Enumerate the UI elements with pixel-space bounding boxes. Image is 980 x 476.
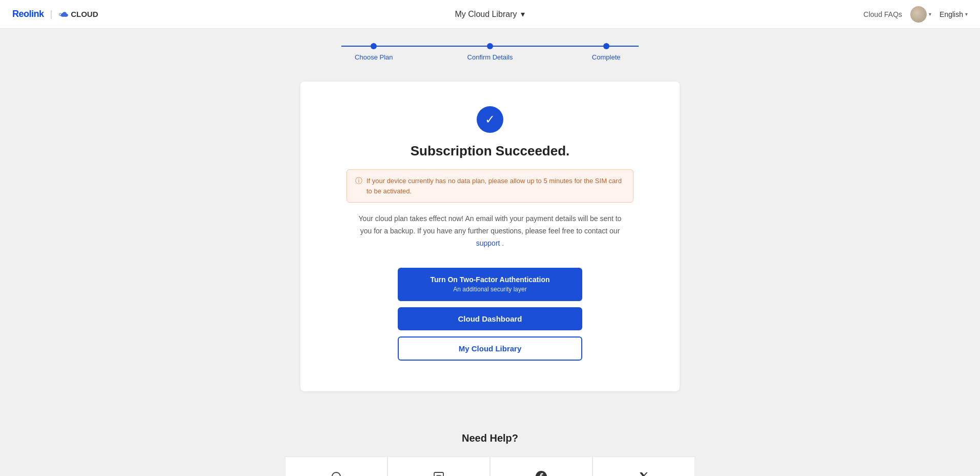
help-card-contact-support[interactable]: Contact Support — [285, 457, 387, 476]
help-card-x[interactable]: X — [593, 457, 695, 476]
header-title-area[interactable]: My Cloud Library ▾ — [455, 9, 525, 19]
cloud-dashboard-button[interactable]: Cloud Dashboard — [398, 307, 582, 330]
support-link[interactable]: support — [476, 239, 500, 247]
header-right: Cloud FAQs ▾ English ▾ — [864, 6, 968, 23]
logo-divider: | — [50, 9, 53, 19]
step-label-3: Complete — [592, 53, 621, 61]
language-chevron: ▾ — [965, 11, 968, 17]
stepper-container: Choose Plan Confirm Details Complete — [0, 29, 980, 71]
step-dot-1 — [371, 43, 377, 49]
header-title-chevron: ▾ — [521, 9, 525, 19]
info-text-part1: Your cloud plan takes effect now! An ema… — [359, 214, 622, 235]
btn-2fa-line1: Turn On Two-Factor Authentication — [408, 275, 572, 285]
avatar-dropdown[interactable]: ▾ — [910, 6, 931, 23]
main-content: ✓ Subscription Succeeded. ⓘ If your devi… — [0, 71, 980, 412]
cloud-icon — [58, 10, 69, 18]
logo-area: Reolink | CLOUD — [12, 9, 98, 19]
help-cards: Contact Support Ask Community Faceboo — [0, 457, 980, 476]
step-label-2: Confirm Details — [467, 53, 513, 61]
avatar-image — [910, 6, 927, 23]
check-icon: ✓ — [485, 113, 495, 126]
stepper: Choose Plan Confirm Details Complete — [316, 43, 664, 61]
help-card-facebook[interactable]: Facebook — [490, 457, 593, 476]
warning-icon: ⓘ — [355, 176, 362, 186]
warning-box: ⓘ If your device currently has no data p… — [346, 169, 634, 203]
need-help-title: Need Help? — [0, 432, 980, 444]
success-title: Subscription Succeeded. — [411, 143, 570, 159]
facebook-icon — [534, 469, 548, 476]
community-icon — [432, 469, 446, 476]
x-icon — [637, 469, 651, 476]
cloud-logo-text: CLOUD — [71, 10, 98, 18]
info-text-part2: . — [502, 239, 504, 247]
language-selector[interactable]: English ▾ — [940, 10, 968, 18]
header: Reolink | CLOUD My Cloud Library ▾ Cloud… — [0, 0, 980, 29]
warning-text: If your device currently has no data pla… — [366, 176, 625, 196]
my-cloud-library-button[interactable]: My Cloud Library — [398, 336, 582, 361]
two-factor-auth-button[interactable]: Turn On Two-Factor Authentication An add… — [398, 268, 582, 301]
cloud-logo[interactable]: CLOUD — [58, 10, 98, 18]
reolink-logo[interactable]: Reolink — [12, 9, 44, 19]
step-dot-2 — [487, 43, 493, 49]
info-text: Your cloud plan takes effect now! An ema… — [357, 213, 623, 249]
success-card: ✓ Subscription Succeeded. ⓘ If your devi… — [300, 82, 680, 391]
avatar — [910, 6, 927, 23]
step-dot-3 — [603, 43, 609, 49]
step-label-1: Choose Plan — [355, 53, 393, 61]
help-card-ask-community[interactable]: Ask Community — [387, 457, 490, 476]
btn-2fa-line2: An additional security layer — [408, 285, 572, 294]
avatar-chevron: ▾ — [929, 11, 931, 17]
headset-icon — [329, 469, 343, 476]
footer: Need Help? Contact Support Ask Community — [0, 412, 980, 476]
cloud-faqs-link[interactable]: Cloud FAQs — [864, 10, 902, 18]
success-icon: ✓ — [477, 106, 503, 133]
header-title: My Cloud Library — [455, 10, 517, 19]
language-label: English — [940, 10, 963, 18]
